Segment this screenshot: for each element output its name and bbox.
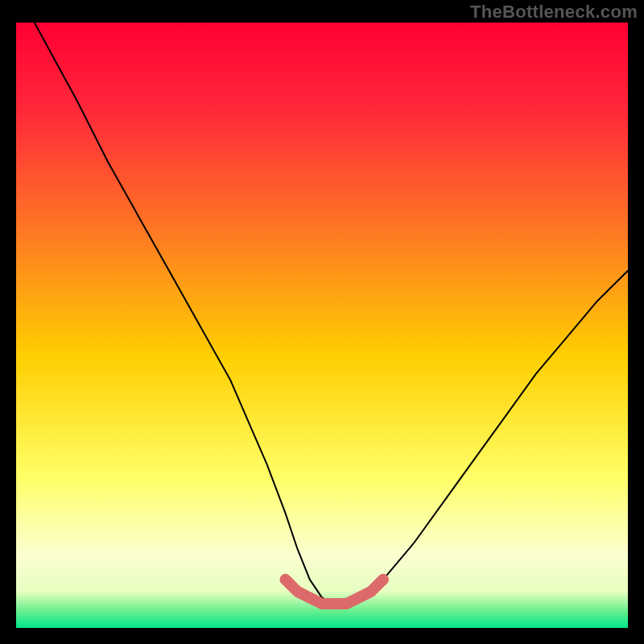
plot-area bbox=[16, 23, 628, 628]
chart-container: TheBottleneck.com bbox=[0, 0, 644, 644]
chart-svg bbox=[16, 23, 628, 628]
watermark-text: TheBottleneck.com bbox=[470, 2, 638, 23]
gradient-background bbox=[16, 23, 628, 628]
